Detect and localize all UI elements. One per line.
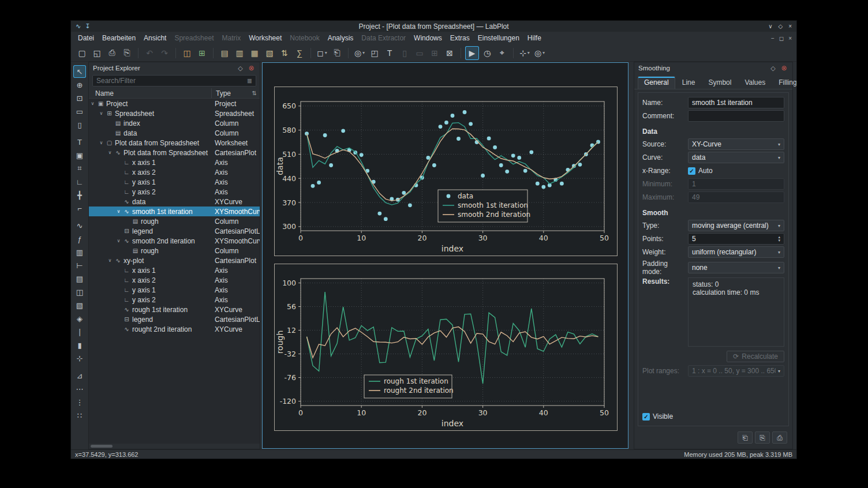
insert-column-right-button[interactable]: ▧ [263, 46, 276, 60]
tree-row-smooth-2nd-iteration[interactable]: ∨∿smooth 2nd iterationXYSmoothCurve [89, 236, 260, 246]
expander-icon[interactable]: ∨ [106, 258, 114, 263]
column-header-name[interactable]: Name [89, 89, 114, 97]
add-plot-template-tool[interactable]: ◫ [73, 286, 86, 298]
redo-button[interactable]: ↷ [158, 46, 171, 60]
select-tool[interactable]: ↖ [73, 65, 86, 78]
add-image-element-tool[interactable]: ▧ [73, 299, 86, 311]
add-histogram-tool[interactable]: ▥ [73, 246, 86, 258]
add-equation-curve-tool[interactable]: ƒ [73, 232, 86, 245]
print-preview-button[interactable]: ⎘ [120, 46, 134, 60]
insert-row-above-button[interactable]: ▤ [218, 46, 231, 60]
tree-column-header[interactable]: Name Type ⇅ [89, 88, 260, 99]
add-reference-line-tool[interactable]: ∣ [73, 325, 86, 338]
plot-legend[interactable]: datasmooth 1st iterationsmooth 2nd itera… [438, 190, 530, 222]
tree-row-rough[interactable]: ▤roughColumn [89, 216, 260, 226]
add-reference-range-tool[interactable]: ▮ [73, 339, 86, 351]
close-dock-icon[interactable]: ⊗ [780, 64, 788, 73]
zoom-level-dropdown[interactable]: ⊹▾ [518, 46, 532, 60]
tree-row-data[interactable]: ∿dataXYCurve [89, 197, 260, 207]
add-plot-log-tool[interactable]: ⌐ [73, 202, 86, 215]
new-project-button[interactable]: ▢ [75, 46, 89, 60]
tree-row-x-axis-1[interactable]: ∟x axis 1Axis [89, 157, 260, 167]
tree-row-rough[interactable]: ▤roughColumn [89, 246, 260, 256]
add-xy-curve-tool[interactable]: ∿ [73, 219, 86, 232]
plot-legend[interactable]: rough 1st iterationrought 2nd iteration [364, 375, 454, 398]
tree-row-rough-1st-iteration[interactable]: ∿rough 1st iterationXYCurve [89, 305, 260, 314]
print-button[interactable]: ⎙ [105, 46, 119, 60]
menu-analysis[interactable]: Analysis [324, 33, 358, 43]
vertical-layout-button[interactable]: ▯ [398, 46, 411, 60]
add-plot-two-axes-tool[interactable]: ∟ [73, 175, 86, 188]
series-rought-2nd-iteration[interactable] [307, 327, 598, 358]
close-icon[interactable]: × [788, 23, 792, 29]
grid-layout-button[interactable]: ⊞ [428, 46, 442, 60]
expander-icon[interactable]: ∨ [115, 209, 122, 214]
tree-row-y-axis-1[interactable]: ∟y axis 1Axis [89, 285, 260, 295]
tree-row-x-axis-2[interactable]: ∟x axis 2Axis [89, 167, 260, 177]
filter-options-icon[interactable]: ≣ [247, 77, 252, 85]
template-load-button[interactable]: ⎗ [738, 431, 753, 444]
insert-column-left-button[interactable]: ▦ [248, 46, 261, 60]
add-text-button[interactable]: T [383, 46, 396, 60]
tab-general[interactable]: General [638, 76, 675, 89]
expander-icon[interactable]: ∨ [89, 101, 96, 106]
tree-row-xy-plot[interactable]: ∨∿xy-plotCartesianPlot [89, 256, 260, 265]
time-cursor-button[interactable]: ◷ [480, 46, 494, 60]
add-image-tool[interactable]: ▣ [73, 149, 86, 162]
expander-icon[interactable]: ∨ [106, 150, 114, 155]
auto-scale-y-tool[interactable]: ⋮ [73, 396, 86, 408]
tree-row-rought-2nd-iteration[interactable]: ∿rought 2nd iterationXYCurve [89, 324, 260, 334]
tree-row-index[interactable]: ▤indexColumn [89, 118, 260, 128]
tree-row-plot-data-from-spreadsheet[interactable]: ∨∿Plot data from SpreadsheetCartesianPlo… [89, 148, 260, 157]
menu-notebook[interactable]: Notebook [286, 33, 323, 43]
expander-icon[interactable]: ∨ [98, 140, 105, 145]
auto-scale-tool[interactable]: ⊿ [73, 369, 86, 382]
menu-spreadsheet[interactable]: Spreadsheet [170, 33, 218, 43]
column-header-type[interactable]: Type [211, 88, 231, 98]
series-rough-1st-iteration[interactable] [307, 292, 598, 384]
tree-row-project[interactable]: ∨▣ProjectProject [89, 99, 260, 108]
expander-icon[interactable]: ∨ [115, 238, 122, 243]
tree-row-y-axis-2[interactable]: ∟y axis 2Axis [89, 187, 260, 197]
minimize-icon[interactable]: ∨ [768, 23, 772, 29]
tree-row-x-axis-1[interactable]: ∟x axis 1Axis [89, 265, 260, 275]
tree-row-spreadsheet[interactable]: ∨⊞SpreadsheetSpreadsheet [89, 108, 260, 118]
add-plot-four-axes-tool[interactable]: ⌗ [73, 162, 86, 175]
spin-arrows[interactable]: ▴▾ [778, 235, 780, 242]
zoom-in-tool[interactable]: ∷ [73, 409, 86, 422]
tree-row-legend[interactable]: ⊟legendCartesianPlotLegend [89, 226, 260, 236]
tab-values[interactable]: Values [738, 76, 772, 89]
comment-input[interactable] [688, 110, 784, 122]
select-mode-button[interactable]: ▶ [465, 46, 479, 60]
insert-row-below-button[interactable]: ▥ [233, 46, 246, 60]
scrollbar-thumb[interactable] [91, 445, 113, 448]
new-worksheet-button[interactable]: ◻▾ [315, 46, 329, 60]
spin-down-icon[interactable]: ▾ [778, 239, 780, 242]
template-save-button[interactable]: ⎘ [755, 431, 770, 444]
tab-symbol[interactable]: Symbol [702, 76, 738, 89]
plot-area-top[interactable]: 01020304050300370440510580650indexdatada… [274, 87, 618, 256]
tree-row-y-axis-1[interactable]: ∟y axis 1Axis [89, 177, 260, 187]
zoom-x-select-tool[interactable]: ▭ [73, 105, 86, 118]
export-worksheet-button[interactable]: ⎗ [330, 46, 344, 60]
add-legend-tool[interactable]: ▤ [73, 272, 86, 285]
minimum-input[interactable]: 1 [688, 178, 784, 190]
column-settings-icon[interactable]: ⇅ [252, 90, 257, 96]
auto-scale-x-tool[interactable]: ⋯ [73, 382, 86, 395]
add-axis-tool[interactable]: ⊢ [73, 259, 86, 272]
tree-row-data[interactable]: ▤dataColumn [89, 128, 260, 138]
tree-row-plot-data-from-spreadsheet[interactable]: ∨▢Plot data from SpreadsheetWorksheet [89, 138, 260, 148]
add-text-label-tool[interactable]: T [73, 136, 86, 148]
subwindow-close-icon[interactable]: × [788, 35, 792, 42]
tab-filling[interactable]: Filling [772, 76, 796, 89]
break-layout-button[interactable]: ⊠ [443, 46, 457, 60]
plot-area-bottom[interactable]: 01020304050-120-76-321256100indexroughro… [274, 264, 618, 431]
tree-row-smooth-1st-iteration[interactable]: ∨∿smooth 1st iterationXYSmoothCurve [89, 207, 260, 216]
cursor-tool-button[interactable]: ⌖ [495, 46, 509, 60]
name-input[interactable]: smooth 1st iteration [688, 97, 784, 108]
menu-extras[interactable]: Extras [446, 33, 474, 43]
magnification-dropdown[interactable]: ◎▾ [533, 46, 547, 60]
title-bar[interactable]: ∿ ↧ Project - [Plot data from Spreadshee… [71, 21, 796, 32]
type-select[interactable]: moving average (central)▾ [688, 220, 784, 231]
menu-datei[interactable]: Datei [74, 33, 98, 43]
